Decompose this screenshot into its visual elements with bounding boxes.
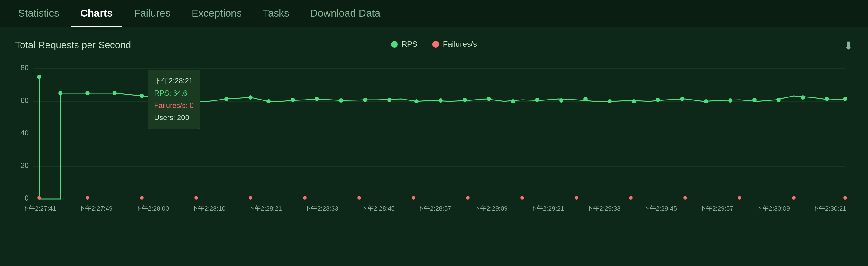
rps-dot bbox=[167, 95, 171, 100]
failures-dot bbox=[843, 196, 847, 200]
failures-dot bbox=[303, 196, 307, 200]
rps-dot bbox=[248, 95, 253, 100]
svg-text:下午2:29:45: 下午2:29:45 bbox=[643, 205, 677, 212]
svg-text:下午2:27:49: 下午2:27:49 bbox=[79, 205, 113, 212]
nav-statistics[interactable]: Statistics bbox=[9, 0, 68, 27]
svg-text:0: 0 bbox=[25, 194, 29, 202]
svg-text:60: 60 bbox=[21, 96, 29, 104]
rps-dot bbox=[728, 98, 733, 103]
rps-dot bbox=[194, 99, 198, 103]
failures-dot bbox=[194, 196, 198, 200]
rps-dot bbox=[825, 97, 829, 101]
rps-dot-peak bbox=[37, 75, 41, 79]
svg-text:80: 80 bbox=[21, 64, 29, 72]
rps-dot bbox=[535, 98, 539, 102]
svg-text:20: 20 bbox=[21, 161, 29, 169]
rps-dot bbox=[704, 99, 708, 103]
download-chart-button[interactable]: ⬇ bbox=[844, 39, 853, 52]
nav-exceptions[interactable]: Exceptions bbox=[183, 0, 251, 27]
svg-text:下午2:30:21: 下午2:30:21 bbox=[812, 205, 846, 212]
failures-dot bbox=[357, 196, 361, 200]
rps-dot bbox=[632, 99, 636, 103]
svg-text:下午2:29:33: 下午2:29:33 bbox=[587, 205, 621, 212]
rps-dot bbox=[291, 98, 295, 102]
chart-svg-wrapper: 80 60 40 20 0 bbox=[15, 57, 853, 232]
rps-dot bbox=[777, 98, 781, 102]
svg-text:40: 40 bbox=[21, 129, 29, 137]
rps-dot bbox=[487, 97, 491, 101]
svg-text:下午2:30:09: 下午2:30:09 bbox=[756, 205, 790, 212]
rps-dot bbox=[363, 98, 367, 102]
svg-text:下午2:29:57: 下午2:29:57 bbox=[700, 205, 734, 212]
legend-rps: RPS bbox=[391, 39, 417, 49]
failures-dot bbox=[738, 196, 741, 200]
rps-dot bbox=[656, 98, 660, 102]
failures-dot bbox=[466, 196, 470, 200]
failures-dot bbox=[86, 196, 89, 200]
rps-dot bbox=[438, 98, 443, 103]
svg-text:下午2:29:09: 下午2:29:09 bbox=[474, 205, 508, 212]
svg-text:下午2:28:21: 下午2:28:21 bbox=[248, 205, 282, 212]
svg-text:下午2:28:45: 下午2:28:45 bbox=[361, 205, 395, 212]
legend-rps-label: RPS bbox=[401, 39, 417, 49]
nav-bar: Statistics Charts Failures Exceptions Ta… bbox=[0, 0, 868, 28]
svg-text:下午2:28:33: 下午2:28:33 bbox=[305, 205, 338, 212]
svg-text:下午2:28:00: 下午2:28:00 bbox=[135, 205, 169, 212]
failures-dot bbox=[412, 196, 415, 200]
rps-dot bbox=[113, 91, 117, 95]
nav-failures[interactable]: Failures bbox=[125, 0, 180, 27]
failures-dot bbox=[792, 196, 796, 200]
rps-dot bbox=[801, 95, 805, 100]
failures-dot bbox=[629, 196, 632, 200]
failures-dot bbox=[575, 196, 578, 200]
rps-dot bbox=[680, 97, 684, 101]
rps-dot bbox=[339, 98, 343, 103]
rps-dot bbox=[463, 98, 467, 102]
rps-dot bbox=[414, 99, 418, 103]
nav-tasks[interactable]: Tasks bbox=[254, 0, 298, 27]
rps-line bbox=[39, 77, 845, 199]
rps-dot bbox=[85, 91, 90, 95]
failures-dot bbox=[140, 196, 144, 200]
failures-dot bbox=[683, 196, 687, 200]
svg-text:下午2:27:41: 下午2:27:41 bbox=[22, 205, 56, 212]
svg-text:下午2:28:10: 下午2:28:10 bbox=[192, 205, 225, 212]
rps-dot bbox=[140, 94, 144, 98]
failures-dot bbox=[37, 196, 41, 200]
rps-dot bbox=[267, 99, 271, 103]
rps-dot bbox=[224, 97, 228, 101]
rps-dot bbox=[608, 99, 612, 103]
rps-dot bbox=[843, 97, 847, 101]
legend-failures: Failures/s bbox=[433, 39, 477, 49]
svg-text:下午2:28:57: 下午2:28:57 bbox=[417, 205, 451, 212]
svg-text:下午2:29:21: 下午2:29:21 bbox=[530, 205, 564, 212]
chart-svg: 80 60 40 20 0 bbox=[15, 57, 853, 232]
rps-dot bbox=[559, 98, 563, 103]
chart-legend: RPS Failures/s bbox=[391, 39, 477, 49]
rps-dot bbox=[58, 91, 62, 95]
rps-dot bbox=[583, 97, 588, 101]
nav-charts[interactable]: Charts bbox=[71, 0, 122, 27]
nav-download-data[interactable]: Download Data bbox=[301, 0, 389, 27]
legend-failures-dot bbox=[433, 41, 439, 48]
rps-dot bbox=[315, 97, 319, 101]
legend-rps-dot bbox=[391, 41, 398, 48]
rps-dot bbox=[387, 98, 392, 102]
rps-dot bbox=[752, 98, 756, 102]
legend-failures-label: Failures/s bbox=[443, 39, 477, 49]
failures-dot bbox=[520, 196, 524, 200]
chart-container: Total Requests per Second RPS Failures/s… bbox=[0, 28, 868, 266]
rps-dot bbox=[511, 99, 515, 103]
failures-dot bbox=[249, 196, 252, 200]
